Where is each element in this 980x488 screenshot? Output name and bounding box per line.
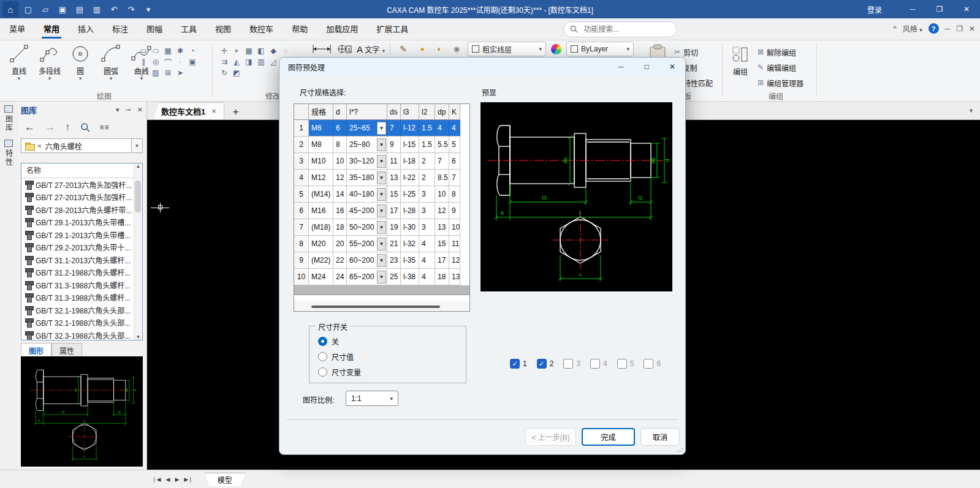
back-button[interactable]: < 上一步(B)	[525, 428, 576, 446]
search-input[interactable]	[582, 24, 656, 34]
ellipse-icon[interactable]: ⬭	[150, 45, 162, 56]
style-dropdown[interactable]: 风格 ▾	[903, 23, 922, 34]
menu-tab-8[interactable]: 数控车	[240, 18, 283, 40]
table-row[interactable]: 8M202055~200▼21l-3241511	[294, 236, 469, 252]
group-button[interactable]: 编组	[728, 45, 753, 77]
list-item[interactable]: GB/T 29.1-2013六角头带槽...	[21, 216, 142, 229]
view-mode-icon[interactable]: ≡≡	[100, 123, 110, 132]
table-icon[interactable]: ⊞	[162, 67, 174, 78]
table-row[interactable]: 9(M22)2260~200▼23l-3541712	[294, 252, 469, 269]
datum-icon[interactable]: 1	[337, 42, 352, 56]
customize-icon[interactable]: ▾	[141, 2, 156, 16]
library-path[interactable]: « 六角头螺栓	[21, 138, 132, 153]
last-sheet-icon[interactable]: ▶❘	[184, 476, 192, 482]
donut-icon[interactable]: ◎	[150, 56, 162, 67]
scale-icon[interactable]: ◨	[243, 56, 255, 67]
break-icon[interactable]: ◩	[230, 67, 243, 78]
table-row[interactable]: 6M161645~200▼17l-283129	[294, 203, 469, 219]
tabbar-overflow-icon[interactable]: ▼	[968, 108, 974, 114]
point-icon[interactable]: ·	[174, 56, 186, 67]
menu-tab-7[interactable]: 视图	[206, 18, 240, 40]
length-dropdown-icon[interactable]: ▼	[377, 138, 386, 151]
edit-icon[interactable]: ◆	[267, 45, 279, 56]
document-tab[interactable]: 数控车文档1 ×	[153, 102, 224, 119]
sidebar-tab-属性[interactable]: 属性	[51, 343, 82, 358]
dialog-titlebar[interactable]: 图符预处理 ─ □ ✕	[279, 58, 685, 76]
arc-segment-icon[interactable]: ⌒	[162, 56, 174, 67]
text-tool[interactable]: A 文字 ▾	[357, 44, 385, 54]
save-icon[interactable]: ▣	[55, 2, 70, 16]
view-checkbox-4[interactable]: 4	[590, 359, 607, 369]
resize-grip[interactable]	[677, 446, 683, 452]
new-file-icon[interactable]: ▢	[21, 2, 36, 16]
menu-tab-11[interactable]: 扩展工具	[367, 18, 417, 40]
ribbon-collapse-icon[interactable]: ^	[893, 24, 897, 33]
new-tab-button[interactable]: +	[228, 105, 244, 119]
length-dropdown-icon[interactable]: ▼	[377, 205, 386, 217]
list-item[interactable]: GB/T 28-2013六角头螺杆带...	[21, 203, 142, 216]
view-checkbox-2[interactable]: ✓2	[537, 359, 554, 369]
close-button[interactable]: ✕	[953, 0, 980, 18]
table-row[interactable]: 10M242465~200▼25l-3841813	[294, 269, 469, 285]
search-library-icon[interactable]	[80, 122, 90, 132]
解除编组-button[interactable]: ⊠解除编组	[758, 45, 803, 59]
编组管理器-button[interactable]: ⊞编组管理器	[758, 76, 803, 89]
array-icon[interactable]: ▦	[243, 45, 255, 56]
length-dropdown-icon[interactable]: ▼	[377, 254, 386, 267]
help-icon[interactable]: ?	[929, 23, 939, 34]
list-item[interactable]: GB/T 32.1-1988六角头头部...	[21, 304, 142, 317]
next-sheet-icon[interactable]: ▶	[175, 476, 179, 482]
chamfer-icon[interactable]: ◿	[267, 56, 279, 67]
menu-tab-5[interactable]: 图幅	[137, 18, 172, 40]
doc-close-button[interactable]: ✕	[969, 24, 975, 33]
编辑编组-button[interactable]: ✎编辑编组	[758, 61, 803, 74]
table-row[interactable]: 3M101030~120▼11l-18276	[294, 153, 469, 170]
table-hscrollbar[interactable]	[294, 301, 469, 311]
forward-icon[interactable]: →	[45, 121, 55, 133]
extend-icon[interactable]: ⇉	[218, 56, 230, 67]
tool-4[interactable]: 圆弧▾	[96, 43, 126, 80]
layer-dropdown[interactable]: 粗实线层▾	[468, 42, 546, 56]
cancel-button[interactable]: 取消	[640, 428, 680, 446]
function-search[interactable]	[563, 21, 677, 37]
up-icon[interactable]: ↑	[65, 121, 70, 133]
table-row[interactable]: 4M121235~180▼13l-2228.57	[294, 170, 469, 186]
open-file-icon[interactable]: ▱	[38, 2, 53, 16]
mirror-icon[interactable]: ◭	[230, 56, 243, 67]
view-checkbox-5[interactable]: 5	[617, 359, 634, 369]
list-item[interactable]: GB/T 27-2013六角头加强杆...	[21, 191, 142, 204]
rotate-icon[interactable]: ↻	[218, 67, 230, 78]
model-tab[interactable]: 模型	[204, 473, 246, 486]
tool-3[interactable]: 圆▾	[65, 43, 96, 80]
table-row[interactable]: 7(M18)1850~200▼19l-3031310	[294, 219, 469, 236]
edge-tab-特性[interactable]: 特性	[0, 136, 17, 170]
menu-tab-4[interactable]: 标注	[103, 18, 137, 40]
pick-arrow-icon[interactable]: ➤	[174, 67, 186, 78]
spec-table[interactable]: 规格dl*?dsl3l2dpK1M6625~65▼7l-121.5442M882…	[294, 103, 470, 312]
stretch-icon[interactable]: ◧	[255, 45, 267, 56]
list-item[interactable]: GB/T 31.3-1988六角头螺杆...	[21, 291, 142, 304]
list-item[interactable]: GB/T 29.1-2013六角头带槽...	[21, 228, 142, 241]
length-dropdown-icon[interactable]: ▼	[377, 221, 386, 234]
length-dropdown-icon[interactable]: ▼	[377, 188, 386, 201]
finish-button[interactable]: 完成	[582, 428, 635, 446]
length-dropdown-icon[interactable]: ▼	[377, 238, 386, 250]
list-item[interactable]: GB/T 31.1-2013六角头螺杆...	[21, 253, 142, 266]
move-icon[interactable]: ✛	[218, 45, 230, 56]
length-dropdown-icon[interactable]: ▼	[377, 271, 386, 283]
tool-2[interactable]: 多段线▾	[34, 43, 65, 80]
minimize-button[interactable]: ─	[899, 0, 926, 18]
redo-icon[interactable]: ↷	[124, 2, 139, 16]
dialog-maximize-button[interactable]: □	[634, 58, 659, 76]
dialog-close-button[interactable]: ✕	[659, 58, 685, 76]
fill-icon[interactable]: ▨	[150, 67, 162, 78]
view-checkbox-1[interactable]: ✓1	[510, 359, 527, 369]
table-row[interactable]: 5(M14)1440~180▼15l-253108	[294, 186, 469, 203]
explode-icon[interactable]: ▥	[255, 56, 267, 67]
back-icon[interactable]: ←	[25, 121, 35, 133]
path-dropdown-icon[interactable]: ▾	[132, 138, 143, 153]
prev-sheet-icon[interactable]: ◀	[165, 476, 170, 482]
list-item[interactable]: GB/T 31.3-1988六角头螺杆...	[21, 279, 142, 291]
table-row[interactable]: 1M6625~65▼7l-121.544	[294, 120, 469, 137]
doc-minimize-button[interactable]: ─	[945, 24, 951, 33]
